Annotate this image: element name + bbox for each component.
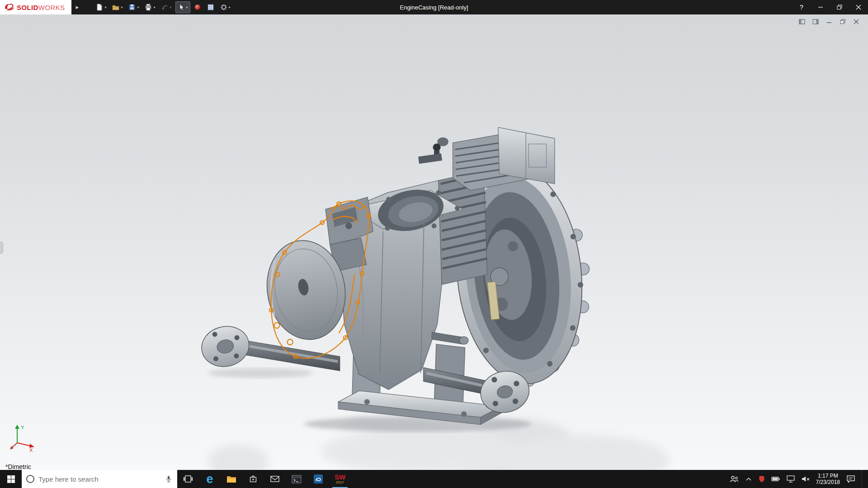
restore-button[interactable]	[830, 0, 849, 14]
solidworks-app-icon: SW 2017	[335, 474, 345, 484]
show-desktop-button[interactable]	[862, 470, 865, 488]
spreadsheet-button[interactable]	[205, 1, 217, 13]
dropdown-caret[interactable]: ▾	[121, 5, 123, 9]
terminal-window-icon	[292, 475, 302, 483]
panel-flyout-handle[interactable]	[0, 242, 3, 253]
child-pane-icon-a[interactable]	[797, 18, 807, 25]
options-gear-icon	[220, 4, 227, 11]
edge-icon: e	[206, 473, 213, 485]
taskbar: e SW 2	[0, 470, 868, 488]
new-document-icon	[96, 4, 103, 11]
dropdown-caret[interactable]: ▾	[186, 5, 188, 9]
close-button[interactable]	[849, 0, 868, 14]
engine-casing-model	[0, 14, 868, 470]
help-button[interactable]: ?	[792, 0, 811, 14]
close-icon	[856, 5, 861, 10]
mail-button[interactable]	[264, 470, 286, 488]
solidworks-year: 2017	[336, 481, 344, 484]
clock-date: 7/23/2018	[816, 479, 840, 485]
terminal-window-button[interactable]	[286, 470, 307, 488]
appearance-sphere-icon	[194, 4, 201, 11]
blue-app-icon	[313, 474, 323, 484]
cortana-circle-icon	[26, 475, 34, 483]
volume-muted-icon[interactable]	[801, 475, 810, 483]
minimize-button[interactable]	[811, 0, 830, 14]
task-view-button[interactable]	[177, 470, 199, 488]
dropdown-caret[interactable]: ▾	[153, 5, 155, 9]
brand-text: SOLIDWORKS	[17, 4, 65, 11]
microphone-icon[interactable]	[165, 474, 173, 483]
minimize-icon	[818, 5, 823, 10]
undo-icon	[161, 4, 169, 11]
triad-icon: Y X	[9, 423, 38, 453]
dropdown-caret[interactable]: ▾	[104, 5, 106, 9]
file-explorer-button[interactable]	[221, 470, 242, 488]
start-icon	[7, 475, 15, 483]
document-window-controls	[797, 18, 861, 25]
print-button[interactable]: ▾	[142, 1, 157, 13]
dropdown-caret[interactable]: ▾	[170, 5, 172, 9]
action-center-icon[interactable]	[846, 474, 856, 483]
triad-y-label: Y	[21, 425, 24, 430]
open-button[interactable]: ▾	[110, 1, 125, 13]
3d-viewport[interactable]: Y X *Dimetric	[0, 14, 868, 470]
save-icon	[128, 4, 136, 11]
edge-button[interactable]: e	[199, 470, 221, 488]
solidworks-app-button[interactable]: SW 2017	[329, 470, 351, 488]
start-button[interactable]	[0, 470, 22, 488]
view-orientation-label: *Dimetric	[5, 463, 31, 470]
taskbar-search[interactable]	[22, 470, 177, 488]
child-restore-button[interactable]	[838, 18, 847, 25]
undo-button[interactable]: ▾	[159, 1, 174, 13]
taskbar-clock[interactable]: 1:17 PM 7/23/2018	[816, 473, 840, 485]
dropdown-caret[interactable]: ▾	[137, 5, 139, 9]
system-tray: 1:17 PM 7/23/2018	[726, 470, 868, 488]
titlebar: SOLIDWORKS ▶ ▾ ▾ ▾	[0, 0, 868, 14]
file-explorer-icon	[226, 474, 237, 483]
store-button[interactable]	[242, 470, 264, 488]
select-button[interactable]: ▾	[175, 1, 190, 13]
solidworks-abbr: SW	[335, 474, 345, 480]
spreadsheet-icon	[207, 4, 214, 11]
solidworks-logo-icon	[4, 3, 14, 12]
brand-solid: SOLID	[17, 4, 38, 11]
open-icon	[112, 4, 119, 11]
mail-icon	[270, 475, 280, 483]
people-icon[interactable]	[729, 474, 739, 483]
battery-icon[interactable]	[771, 476, 780, 482]
child-close-button[interactable]	[852, 18, 861, 25]
blue-app-button[interactable]	[307, 470, 329, 488]
search-input[interactable]	[38, 475, 160, 483]
hidden-icons-chevron-icon[interactable]	[745, 476, 752, 482]
menu-flyout-arrow[interactable]: ▶	[73, 3, 82, 11]
solidworks-logo: SOLIDWORKS	[0, 0, 71, 14]
new-document-button[interactable]: ▾	[94, 1, 108, 13]
security-shield-icon[interactable]	[758, 475, 765, 483]
options-button[interactable]: ▾	[218, 1, 233, 13]
window-controls: ?	[792, 0, 868, 14]
document-title: EngineCasing [Read-only]	[400, 4, 468, 11]
network-icon[interactable]	[786, 475, 795, 483]
select-cursor-icon	[178, 4, 185, 11]
dropdown-caret[interactable]: ▾	[229, 5, 231, 9]
print-icon	[145, 4, 152, 11]
appearance-button[interactable]	[192, 1, 203, 13]
brand-works: WORKS	[38, 4, 65, 11]
task-view-icon	[183, 474, 193, 483]
child-pane-icon-b[interactable]	[811, 18, 820, 25]
triad-x-label: X	[29, 447, 33, 453]
clock-time: 1:17 PM	[816, 473, 840, 479]
quick-access-toolbar: ▾ ▾ ▾ ▾ ▾	[94, 1, 232, 13]
restore-icon	[837, 5, 842, 10]
orientation-triad: Y X	[9, 423, 38, 455]
child-minimize-button[interactable]	[825, 18, 834, 25]
store-icon	[248, 474, 258, 484]
save-button[interactable]: ▾	[126, 1, 141, 13]
